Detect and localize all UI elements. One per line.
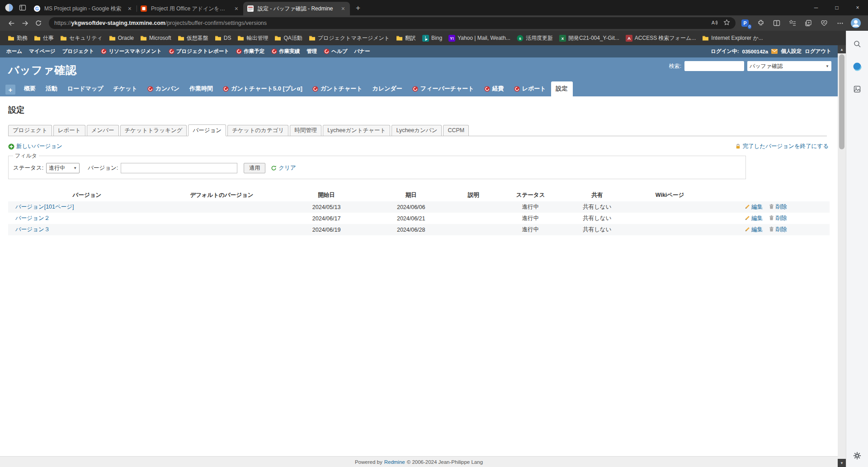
table-column-header[interactable]: ステータス bbox=[500, 189, 561, 201]
table-column-header[interactable]: 共有 bbox=[561, 189, 633, 201]
main-menu-tab[interactable]: ロードマップ bbox=[62, 81, 108, 96]
favorites-bar-item[interactable]: プロジェクトマネージメント bbox=[306, 33, 393, 43]
split-screen-icon[interactable] bbox=[771, 17, 783, 29]
star-icon[interactable] bbox=[723, 19, 730, 27]
top-menu-item[interactable]: プロジェクトレポート bbox=[169, 48, 229, 55]
new-version-link[interactable]: 新しいバージョン bbox=[8, 143, 62, 150]
close-button[interactable]: × bbox=[847, 0, 868, 15]
edit-link[interactable]: 編集 bbox=[751, 226, 763, 233]
avatar-icon[interactable] bbox=[850, 17, 862, 29]
search-side-icon[interactable] bbox=[850, 37, 864, 51]
address-bar[interactable]: https://ykgwsoftdev-staging.tmxmine.com/… bbox=[49, 17, 736, 29]
minimize-button[interactable]: ─ bbox=[806, 0, 826, 15]
settings-tab[interactable]: バージョン bbox=[188, 124, 226, 136]
top-menu-item[interactable]: プロジェクト bbox=[62, 48, 94, 55]
extension-p-icon[interactable]: P0 bbox=[739, 17, 751, 29]
main-menu-tab[interactable]: ガントチャート bbox=[307, 81, 368, 96]
scroll-down-icon[interactable]: ▼ bbox=[838, 459, 846, 467]
back-icon[interactable] bbox=[5, 17, 18, 29]
top-menu-item[interactable]: 作業実績 bbox=[271, 48, 300, 55]
favorites-bar-item[interactable]: A ACCESS 検索フォーム... bbox=[623, 33, 699, 43]
settings-tab[interactable]: レポート bbox=[53, 125, 85, 136]
settings-tab[interactable]: 時間管理 bbox=[290, 125, 321, 136]
favorites-bar-item[interactable]: s 活用度更新 bbox=[514, 33, 556, 43]
new-tab-button[interactable]: + bbox=[352, 2, 364, 14]
top-menu-item[interactable]: ヘルプ bbox=[324, 48, 347, 55]
settings-tab[interactable]: Lycheeガントチャート bbox=[323, 125, 390, 136]
version-link[interactable]: バージョン２ bbox=[15, 215, 50, 221]
workspace-icon[interactable] bbox=[5, 3, 14, 12]
refresh-icon[interactable] bbox=[32, 17, 45, 29]
forward-icon[interactable] bbox=[18, 17, 32, 29]
top-menu-item[interactable]: リソースマネジメント bbox=[101, 48, 161, 55]
settings-tab[interactable]: メンバー bbox=[87, 125, 119, 136]
main-menu-tab[interactable]: 概要 bbox=[19, 81, 41, 96]
add-menu-button[interactable]: + bbox=[5, 85, 15, 95]
apply-button[interactable]: 適用 bbox=[244, 163, 265, 173]
version-link[interactable]: バージョン３ bbox=[15, 226, 50, 233]
settings-tab[interactable]: CCPM bbox=[443, 125, 469, 136]
table-column-header[interactable]: デフォルトのバージョン bbox=[166, 189, 278, 201]
main-menu-tab[interactable]: 活動 bbox=[41, 81, 62, 96]
my-account-link[interactable]: 個人設定 bbox=[781, 48, 802, 55]
copilot-icon[interactable] bbox=[850, 60, 864, 73]
main-menu-tab[interactable]: 作業時間 bbox=[184, 81, 218, 96]
delete-link[interactable]: 削除 bbox=[775, 226, 787, 233]
favorites-bar-item[interactable]: Oracle bbox=[106, 33, 137, 43]
table-column-header[interactable]: バージョン bbox=[8, 189, 166, 201]
collections-icon[interactable] bbox=[802, 17, 814, 29]
top-menu-item[interactable]: バナー bbox=[354, 48, 370, 55]
delete-link[interactable]: 削除 bbox=[775, 215, 787, 221]
main-menu-tab[interactable]: フィーバーチャート bbox=[407, 81, 479, 96]
tab-close-icon[interactable]: × bbox=[340, 5, 346, 12]
essentials-icon[interactable] bbox=[818, 17, 830, 29]
scroll-up-icon[interactable]: ▲ bbox=[838, 45, 846, 53]
version-filter-input[interactable] bbox=[121, 163, 237, 173]
layers-icon[interactable] bbox=[850, 82, 864, 96]
favorites-bar-item[interactable]: セキュリティ bbox=[57, 33, 106, 43]
scrollbar-thumb[interactable] bbox=[839, 54, 844, 149]
table-column-header[interactable]: 期日 bbox=[375, 189, 447, 201]
version-link[interactable]: バージョン[101ページ] bbox=[15, 204, 74, 210]
settings-tab[interactable]: チケットトラッキング bbox=[120, 125, 187, 136]
page-scrollbar[interactable]: ▲ ▼ bbox=[838, 45, 846, 467]
browser-tab[interactable]: 設定 - バッファ確認 - Redmine × bbox=[243, 2, 350, 15]
close-completed-versions-link[interactable]: 完了したバージョンを終了にする bbox=[735, 143, 829, 150]
read-aloud-icon[interactable]: A bbox=[711, 19, 718, 28]
favorites-bar-item[interactable]: Internet Explorer か... bbox=[699, 33, 766, 43]
project-jump-select[interactable]: バッファ確認 ▼ bbox=[747, 61, 831, 71]
vertical-tabs-icon[interactable] bbox=[19, 4, 26, 11]
edit-link[interactable]: 編集 bbox=[751, 204, 763, 210]
envelope-icon[interactable] bbox=[771, 49, 778, 54]
favorites-bar-item[interactable]: QA活動 bbox=[271, 33, 305, 43]
clear-filter-link[interactable]: クリア bbox=[271, 164, 296, 172]
edit-link[interactable]: 編集 bbox=[751, 215, 763, 221]
table-column-header[interactable]: Wikiページ bbox=[633, 189, 707, 201]
puzzle-icon[interactable] bbox=[755, 17, 767, 29]
main-menu-tab[interactable]: カレンダー bbox=[368, 81, 407, 96]
search-input[interactable] bbox=[684, 61, 744, 71]
top-menu-item[interactable]: 作業予定 bbox=[236, 48, 264, 55]
browser-tab[interactable]: Project 用 Office アドインを入手す... × bbox=[137, 2, 243, 15]
main-menu-tab[interactable]: レポート bbox=[509, 81, 551, 96]
more-icon[interactable] bbox=[834, 17, 846, 29]
table-column-header[interactable]: 説明 bbox=[447, 189, 500, 201]
delete-link[interactable]: 削除 bbox=[775, 204, 787, 210]
main-menu-tab[interactable]: チケット bbox=[108, 81, 142, 96]
settings-tab[interactable]: プロジェクト bbox=[8, 125, 52, 136]
maximize-button[interactable]: □ bbox=[826, 0, 847, 15]
gear-icon[interactable] bbox=[850, 449, 864, 462]
favorites-bar-item[interactable]: 仕事 bbox=[31, 33, 57, 43]
tab-close-icon[interactable]: × bbox=[233, 5, 240, 12]
favorites-bar-item[interactable]: 勤務 bbox=[5, 33, 31, 43]
top-menu-item[interactable]: 管理 bbox=[307, 48, 317, 55]
main-menu-tab[interactable]: 経費 bbox=[479, 81, 509, 96]
settings-tab[interactable]: チケットのカテゴリ bbox=[227, 125, 288, 136]
favorites-bar-item[interactable]: 翻訳 bbox=[393, 33, 419, 43]
top-menu-item[interactable]: ホーム bbox=[6, 48, 22, 55]
redmine-link[interactable]: Redmine bbox=[384, 459, 405, 465]
favorites-bar-item[interactable]: Y! Yahoo | Mail, Weath... bbox=[445, 33, 514, 43]
table-column-header[interactable]: 開始日 bbox=[278, 189, 375, 201]
status-select[interactable]: 進行中 ▼ bbox=[46, 163, 80, 173]
main-menu-tab[interactable]: ガントチャート5.0 [プレα] bbox=[218, 81, 307, 96]
